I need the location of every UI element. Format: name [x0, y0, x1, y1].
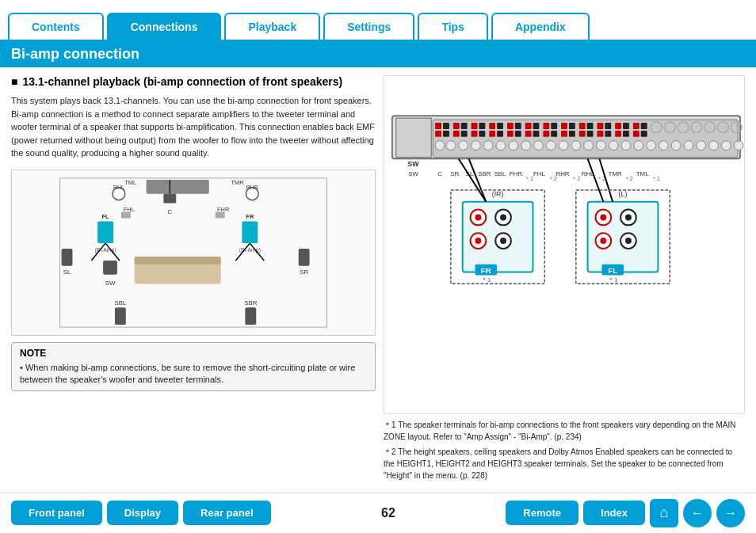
svg-text:C: C	[437, 170, 442, 177]
tab-playback[interactable]: Playback	[224, 13, 320, 40]
index-button[interactable]: Index	[583, 501, 645, 525]
top-navigation: Contents Connections Playback Settings T…	[0, 0, 756, 41]
svg-point-103	[521, 141, 531, 150]
footnote-2-ref: ＊2	[384, 447, 396, 456]
svg-point-96	[435, 141, 445, 150]
svg-point-104	[534, 141, 544, 150]
svg-text:＊2: ＊2	[571, 176, 580, 181]
svg-text:＊2: ＊2	[525, 176, 533, 181]
svg-point-105	[546, 141, 556, 150]
svg-rect-6	[97, 221, 113, 243]
svg-rect-81	[615, 123, 621, 129]
svg-rect-87	[633, 131, 640, 137]
forward-button[interactable]: →	[716, 499, 745, 527]
svg-point-102	[509, 141, 518, 150]
svg-point-97	[446, 141, 456, 150]
svg-point-107	[571, 141, 581, 150]
remote-button[interactable]: Remote	[506, 501, 578, 525]
display-button[interactable]: Display	[107, 501, 178, 525]
svg-text:＊1: ＊1	[481, 276, 491, 284]
svg-point-106	[559, 141, 568, 150]
svg-text:FHR: FHR	[217, 205, 229, 212]
svg-text:FL: FL	[608, 266, 617, 275]
footnote-1: ＊1 The speaker terminals for bi-amp conn…	[384, 419, 745, 443]
svg-point-149	[500, 238, 506, 244]
svg-rect-65	[543, 123, 549, 129]
back-button[interactable]: ←	[683, 499, 712, 527]
svg-text:FR: FR	[481, 266, 491, 275]
svg-rect-63	[525, 131, 532, 137]
svg-text:＊2: ＊2	[651, 176, 660, 181]
svg-rect-76	[587, 131, 594, 137]
svg-rect-64	[533, 131, 540, 137]
page-number: 62	[276, 506, 502, 520]
svg-text:FR: FR	[246, 213, 254, 220]
svg-rect-85	[633, 123, 640, 129]
svg-rect-79	[597, 131, 603, 137]
svg-rect-67	[543, 131, 549, 137]
svg-text:SL: SL	[63, 268, 71, 275]
svg-point-159	[600, 238, 606, 244]
svg-rect-83	[615, 131, 621, 137]
connector-diagram: SW	[384, 75, 745, 414]
svg-rect-82	[623, 123, 629, 129]
svg-rect-50	[479, 123, 485, 129]
svg-point-145	[500, 215, 506, 221]
svg-point-109	[596, 141, 605, 150]
svg-text:FHL: FHL	[533, 170, 545, 177]
tab-appendix[interactable]: Appendix	[491, 13, 590, 40]
tab-contents[interactable]: Contents	[8, 13, 104, 40]
footnote-2: ＊2 The height speakers, ceiling speakers…	[384, 446, 745, 482]
svg-text:TML: TML	[124, 178, 136, 185]
svg-point-110	[609, 141, 618, 150]
svg-point-101	[496, 141, 506, 150]
svg-point-115	[671, 141, 681, 150]
svg-rect-42	[443, 123, 449, 129]
svg-rect-4	[163, 193, 176, 203]
svg-text:SBL: SBL	[114, 299, 127, 306]
svg-rect-57	[507, 123, 514, 129]
svg-rect-14	[62, 249, 73, 266]
svg-rect-29	[216, 211, 225, 218]
svg-rect-45	[453, 123, 460, 129]
front-panel-button[interactable]: Front panel	[11, 501, 102, 525]
svg-rect-38	[396, 118, 431, 157]
tab-connections[interactable]: Connections	[107, 13, 222, 40]
body-text: This system plays back 13.1-channels. Yo…	[11, 94, 376, 160]
rear-panel-button[interactable]: Rear panel	[183, 501, 270, 525]
svg-text:TML: TML	[636, 170, 649, 177]
svg-rect-53	[489, 123, 495, 129]
svg-text:(IR): (IR)	[492, 190, 504, 198]
svg-point-119	[721, 141, 731, 150]
svg-rect-52	[479, 131, 485, 137]
svg-point-98	[459, 141, 468, 150]
svg-text:RHR: RHR	[246, 184, 258, 189]
svg-text:SBR: SBR	[478, 170, 491, 177]
svg-text:(L): (L)	[619, 190, 628, 198]
tab-tips[interactable]: Tips	[418, 13, 488, 40]
bottom-navigation: Front panel Display Rear panel 62 Remote…	[0, 493, 756, 532]
footnotes: ＊1 The speaker terminals for bi-amp conn…	[384, 419, 745, 485]
home-button[interactable]: ⌂	[650, 499, 678, 527]
svg-rect-12	[103, 260, 117, 274]
svg-point-114	[659, 141, 668, 150]
svg-rect-49	[472, 123, 478, 129]
svg-rect-77	[597, 123, 603, 129]
note-text: When making bi-amp connections, be sure …	[20, 362, 367, 386]
svg-rect-73	[579, 123, 586, 129]
svg-text:FL: FL	[102, 213, 110, 220]
svg-point-118	[709, 141, 719, 150]
svg-point-116	[684, 141, 693, 150]
svg-text:SW: SW	[408, 170, 418, 177]
svg-text:TMR: TMR	[231, 178, 243, 185]
svg-point-112	[634, 141, 643, 150]
left-column: 13.1-channel playback (bi-amp connection…	[11, 75, 376, 485]
svg-text:SR: SR	[300, 268, 308, 275]
svg-point-111	[621, 141, 631, 150]
svg-text:RHR: RHR	[556, 170, 569, 177]
tab-settings[interactable]: Settings	[323, 13, 414, 40]
svg-point-157	[625, 215, 632, 221]
svg-text:C: C	[167, 208, 172, 215]
svg-rect-18	[115, 307, 126, 325]
svg-point-117	[697, 141, 706, 150]
